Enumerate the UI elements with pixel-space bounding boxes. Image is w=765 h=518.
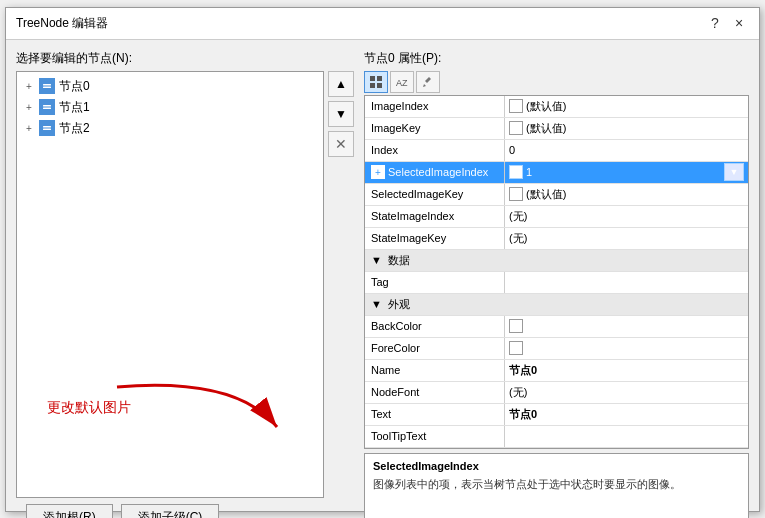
prop-row-stateimageindex[interactable]: StateImageIndex (无) — [365, 206, 748, 228]
prop-row-imageindex[interactable]: ImageIndex (默认值) — [365, 96, 748, 118]
prop-row-stateimagekey[interactable]: StateImageKey (无) — [365, 228, 748, 250]
svg-rect-5 — [44, 101, 50, 103]
prop-value-selectedimagekey: (默认值) — [505, 184, 748, 205]
svg-rect-13 — [370, 76, 375, 81]
prop-row-index[interactable]: Index 0 — [365, 140, 748, 162]
prop-section-appearance-label: ▼ 外观 — [365, 294, 748, 315]
description-title: SelectedImageIndex — [373, 460, 740, 472]
svg-rect-7 — [43, 108, 51, 110]
prop-section-appearance[interactable]: ▼ 外观 — [365, 294, 748, 316]
checkbox-imageindex[interactable] — [509, 99, 523, 113]
dialog-title: TreeNode 编辑器 — [16, 15, 108, 32]
prop-value-backcolor — [505, 316, 748, 337]
prop-row-name[interactable]: Name 节点0 — [365, 360, 748, 382]
node-icon-2 — [39, 120, 55, 136]
prop-row-tag[interactable]: Tag — [365, 272, 748, 294]
annotation-text: 更改默认图片 — [47, 399, 131, 417]
right-panel-label: 节点0 属性(P): — [364, 50, 749, 67]
description-box: SelectedImageIndex 图像列表中的项，表示当树节点处于选中状态时… — [364, 453, 749, 519]
prop-row-selectedimagekey[interactable]: SelectedImageKey (默认值) — [365, 184, 748, 206]
tree-node-0[interactable]: + 节点0 — [21, 76, 319, 97]
prop-value-tooltiptext — [505, 426, 748, 447]
svg-text:AZ: AZ — [396, 78, 408, 88]
left-content: + 节点0 + — [16, 71, 356, 498]
checkbox-selectedimagekey[interactable] — [509, 187, 523, 201]
section-collapse-data: ▼ 数据 — [371, 253, 410, 268]
tree-area[interactable]: + 节点0 + — [16, 71, 324, 498]
description-text: 图像列表中的项，表示当树节点处于选中状态时要显示的图像。 — [373, 476, 740, 493]
prop-name-forecolor: ForeColor — [365, 338, 505, 359]
prop-value-tag — [505, 272, 748, 293]
prop-name-tag: Tag — [365, 272, 505, 293]
prop-row-nodefont[interactable]: NodeFont (无) — [365, 382, 748, 404]
prop-row-selectedimageindex[interactable]: + SelectedImageIndex 1 ▼ — [365, 162, 748, 184]
svg-rect-3 — [43, 87, 51, 89]
prop-row-forecolor[interactable]: ForeColor — [365, 338, 748, 360]
node-label-1: 节点1 — [59, 99, 90, 116]
prop-row-tooltiptext[interactable]: ToolTipText — [365, 426, 748, 448]
move-up-button[interactable]: ▲ — [328, 71, 354, 97]
prop-value-text: 节点0 — [505, 404, 748, 425]
dialog-body: 选择要编辑的节点(N): + — [6, 40, 759, 519]
prop-value-imageindex: (默认值) — [505, 96, 748, 117]
wrench-button[interactable] — [416, 71, 440, 93]
dropdown-selectedimageindex[interactable]: ▼ — [724, 163, 744, 181]
right-panel: 节点0 属性(P): AZ — [364, 50, 749, 519]
prop-name-selectedimagekey: SelectedImageKey — [365, 184, 505, 205]
svg-rect-16 — [377, 83, 382, 88]
prop-value-stateimageindex: (无) — [505, 206, 748, 227]
prop-value-imagekey: (默认值) — [505, 118, 748, 139]
prop-name-imageindex: ImageIndex — [365, 96, 505, 117]
checkbox-imagekey[interactable] — [509, 121, 523, 135]
prop-name-tooltiptext: ToolTipText — [365, 426, 505, 447]
prop-name-imagekey: ImageKey — [365, 118, 505, 139]
prop-value-index: 0 — [505, 140, 748, 161]
prop-name-nodefont: NodeFont — [365, 382, 505, 403]
prop-name-stateimageindex: StateImageIndex — [365, 206, 505, 227]
prop-row-text[interactable]: Text 节点0 — [365, 404, 748, 426]
node-icon-0 — [39, 78, 55, 94]
tree-node-1[interactable]: + 节点1 — [21, 97, 319, 118]
grid-view-button[interactable] — [364, 71, 388, 93]
left-panel: 选择要编辑的节点(N): + — [16, 50, 356, 519]
section-collapse-appearance: ▼ 外观 — [371, 297, 410, 312]
prop-name-backcolor: BackColor — [365, 316, 505, 337]
expand-icon-0: + — [21, 78, 37, 94]
sort-button[interactable]: AZ — [390, 71, 414, 93]
checkbox-backcolor[interactable] — [509, 319, 523, 333]
svg-rect-15 — [370, 83, 375, 88]
checkbox-forecolor[interactable] — [509, 341, 523, 355]
expand-icon-2: + — [21, 120, 37, 136]
move-down-button[interactable]: ▼ — [328, 101, 354, 127]
svg-rect-11 — [43, 129, 51, 131]
checkbox-selectedimageindex[interactable] — [509, 165, 523, 179]
prop-value-forecolor — [505, 338, 748, 359]
svg-rect-1 — [44, 80, 50, 82]
delete-node-button[interactable]: ✕ — [328, 131, 354, 157]
prop-section-data[interactable]: ▼ 数据 — [365, 250, 748, 272]
plus-icon: + — [371, 165, 385, 179]
close-button[interactable]: × — [729, 13, 749, 33]
help-button[interactable]: ? — [705, 13, 725, 33]
props-toolbar: AZ — [364, 71, 749, 93]
node-icon-1 — [39, 99, 55, 115]
props-table[interactable]: ImageIndex (默认值) ImageKey (默认值) — [364, 95, 749, 449]
tree-node-2[interactable]: + 节点2 — [21, 118, 319, 139]
tree-toolbar: ▲ ▼ ✕ — [328, 71, 356, 498]
prop-name-text: Text — [365, 404, 505, 425]
prop-section-data-label: ▼ 数据 — [365, 250, 748, 271]
prop-row-backcolor[interactable]: BackColor — [365, 316, 748, 338]
annotation-arrow — [77, 367, 297, 487]
prop-name-index: Index — [365, 140, 505, 161]
prop-row-imagekey[interactable]: ImageKey (默认值) — [365, 118, 748, 140]
add-child-button[interactable]: 添加子级(C) — [121, 504, 220, 519]
add-root-button[interactable]: 添加根(R) — [26, 504, 113, 519]
prop-value-selectedimageindex: 1 ▼ — [505, 162, 748, 183]
props-panel: ImageIndex (默认值) ImageKey (默认值) — [364, 95, 749, 449]
prop-value-nodefont: (无) — [505, 382, 748, 403]
treenode-editor-dialog: TreeNode 编辑器 ? × 选择要编辑的节点(N): + — [5, 7, 760, 512]
action-buttons: 添加根(R) 添加子级(C) — [16, 498, 356, 519]
prop-value-name: 节点0 — [505, 360, 748, 381]
svg-rect-6 — [43, 105, 51, 107]
node-label-0: 节点0 — [59, 78, 90, 95]
